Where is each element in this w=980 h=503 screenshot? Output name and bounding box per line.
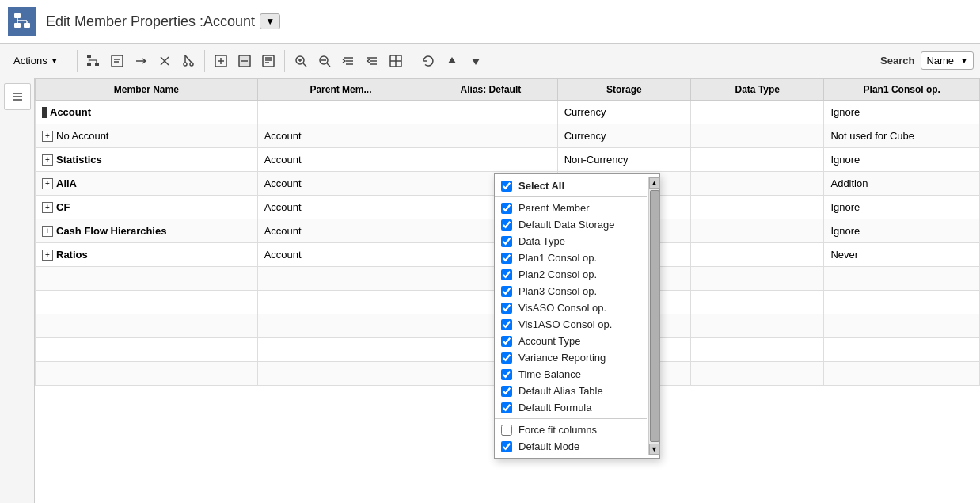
cell-plan1 <box>824 338 980 362</box>
svg-line-35 <box>327 63 330 67</box>
undo-btn[interactable] <box>417 50 439 72</box>
cell-data-type <box>691 243 824 267</box>
dropdown-item[interactable]: Force fit columns <box>495 421 647 438</box>
col-header-data-type: Data Type <box>691 79 824 101</box>
table-row[interactable]: +No AccountAccountCurrencyNot used for C… <box>36 124 980 148</box>
toolbar-separator-2 <box>204 50 205 72</box>
scroll-up-btn[interactable]: ▲ <box>649 177 660 189</box>
cell-plan1 <box>824 362 980 386</box>
member-name-text: CF <box>56 201 70 213</box>
delete-btn[interactable] <box>154 50 176 72</box>
dropdown-item[interactable]: Account Type <box>495 333 647 349</box>
load-btn[interactable] <box>257 50 279 72</box>
sort-down-btn[interactable] <box>465 50 487 72</box>
search-dropdown-arrow: ▼ <box>960 56 968 65</box>
zoom-out-btn[interactable] <box>313 50 336 72</box>
dropdown-checkbox[interactable] <box>501 441 512 452</box>
zoom-in-btn[interactable] <box>290 50 312 72</box>
cell-member-name: +Cash Flow Hierarchies <box>36 219 258 243</box>
dropdown-item[interactable]: Time Balance <box>495 366 647 383</box>
cell-data-type <box>691 219 824 243</box>
outdent-btn[interactable] <box>361 50 383 72</box>
dropdown-checkbox[interactable] <box>501 181 512 192</box>
actions-arrow: ▼ <box>51 56 59 65</box>
move-btn[interactable] <box>130 50 152 72</box>
dropdown-item[interactable]: Data Type <box>495 233 647 250</box>
scroll-thumb[interactable] <box>650 190 659 442</box>
dropdown-item-label: Parent Member <box>518 202 590 214</box>
cell-alias <box>424 101 557 124</box>
dropdown-checkbox[interactable] <box>501 253 512 264</box>
svg-rect-0 <box>14 13 21 18</box>
cell-parent-member <box>257 338 424 362</box>
search-option-label: Name <box>926 55 954 67</box>
dropdown-item[interactable]: Select All <box>495 177 647 194</box>
dropdown-checkbox[interactable] <box>501 402 512 413</box>
cell-parent-member <box>257 362 424 386</box>
search-dropdown[interactable]: Name ▼ <box>921 51 974 70</box>
collapse-all-btn[interactable] <box>234 50 256 72</box>
dropdown-item[interactable]: Vis1ASO Consol op. <box>495 316 647 333</box>
cut-btn[interactable] <box>177 50 199 72</box>
sidebar-menu-icon[interactable] <box>4 83 31 110</box>
expand-all-btn[interactable] <box>210 50 232 72</box>
dropdown-checkbox[interactable] <box>501 386 512 397</box>
svg-rect-8 <box>87 63 91 66</box>
dropdown-checkbox[interactable] <box>501 203 512 214</box>
svg-rect-12 <box>112 55 123 67</box>
table-row[interactable]: +StatisticsAccountNon-CurrencyIgnore <box>36 148 980 172</box>
dropdown-checkbox[interactable] <box>501 352 512 364</box>
hierarchy-btn[interactable] <box>82 50 104 72</box>
dropdown-item-label: Account Type <box>518 335 581 347</box>
col-header-parent-member: Parent Mem... <box>257 79 424 101</box>
expand-icon[interactable]: + <box>42 131 53 142</box>
dropdown-item[interactable]: Plan3 Consol op. <box>495 283 647 299</box>
cell-member-name <box>36 291 258 314</box>
expand-icon[interactable]: + <box>42 154 53 166</box>
dropdown-checkbox[interactable] <box>501 303 512 314</box>
edit-member-btn[interactable] <box>106 50 128 72</box>
dropdown-checkbox[interactable] <box>501 236 512 247</box>
dropdown-item[interactable]: Plan2 Consol op. <box>495 266 647 283</box>
dropdown-checkbox[interactable] <box>501 425 512 436</box>
dropdown-item-label: Default Data Storage <box>518 219 614 231</box>
dropdown-item[interactable]: Default Mode <box>495 438 647 455</box>
dropdown-checkbox[interactable] <box>501 336 512 347</box>
dropdown-item[interactable]: Parent Member <box>495 200 647 216</box>
member-name-text: Cash Flow Hierarchies <box>56 225 166 237</box>
cell-parent-member: Account <box>257 219 424 243</box>
member-name-text: Ratios <box>56 249 88 261</box>
dropdown-item[interactable]: Plan1 Consol op. <box>495 250 647 266</box>
cell-data-type <box>691 291 824 314</box>
expand-icon[interactable]: + <box>42 250 53 261</box>
grid-view-btn[interactable] <box>385 50 407 72</box>
expand-icon[interactable]: + <box>42 202 53 213</box>
dropdown-item[interactable]: Default Formula <box>495 399 647 416</box>
dropdown-item-label: Plan2 Consol op. <box>518 269 597 280</box>
dropdown-checkbox[interactable] <box>501 219 512 231</box>
dropdown-checkbox[interactable] <box>501 319 512 330</box>
table-row[interactable]: AccountCurrencyIgnore <box>36 101 980 124</box>
sort-up-btn[interactable] <box>441 50 463 72</box>
actions-menu[interactable]: Actions ▼ <box>6 51 66 70</box>
cell-plan1 <box>824 314 980 338</box>
dropdown-item[interactable]: Default Data Storage <box>495 216 647 233</box>
title-dropdown-button[interactable]: ▼ <box>260 13 280 29</box>
toolbar-separator-4 <box>412 50 412 72</box>
expand-icon[interactable]: + <box>42 178 53 189</box>
cell-member-name: Account <box>36 101 258 124</box>
dropdown-checkbox[interactable] <box>501 369 512 380</box>
dropdown-item[interactable]: VisASO Consol op. <box>495 299 647 316</box>
scroll-down-btn[interactable]: ▼ <box>649 444 660 455</box>
member-name-text: No Account <box>56 130 109 142</box>
dropdown-item[interactable]: Default Alias Table <box>495 383 647 399</box>
dropdown-item-label: Variance Reporting <box>518 352 606 364</box>
dropdown-item[interactable]: Variance Reporting <box>495 349 647 366</box>
expand-icon[interactable]: + <box>42 226 53 237</box>
dropdown-checkbox[interactable] <box>501 286 512 297</box>
search-label: Search <box>880 55 914 67</box>
indent-btn[interactable] <box>337 50 359 72</box>
member-name-text: Account <box>50 106 91 118</box>
dropdown-checkbox[interactable] <box>501 269 512 280</box>
hierarchy-icon <box>13 12 32 31</box>
